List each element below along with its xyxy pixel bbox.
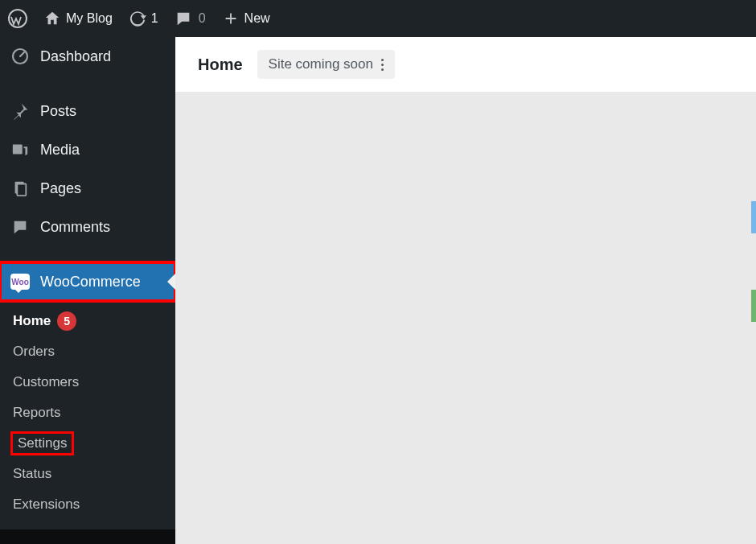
wordpress-icon [8, 9, 27, 28]
comments-count: 0 [199, 11, 206, 26]
submenu-reports[interactable]: Reports [13, 398, 175, 428]
content-area: Home Site coming soon [175, 37, 756, 544]
site-title: My Blog [66, 11, 113, 26]
submenu-extensions[interactable]: Extensions [13, 489, 175, 520]
submenu-label: Home [13, 313, 51, 329]
comment-icon [175, 10, 192, 27]
page-header: Home Site coming soon [175, 37, 756, 92]
collapse-menu-bar[interactable] [0, 530, 175, 544]
site-home-link[interactable]: My Blog [35, 0, 121, 37]
menu-label: Comments [40, 219, 110, 236]
edge-decoration [751, 201, 756, 233]
wp-logo[interactable] [0, 0, 35, 37]
submenu-label: Reports [13, 405, 61, 421]
submenu-customers[interactable]: Customers [13, 367, 175, 398]
status-text: Site coming soon [269, 56, 373, 72]
submenu-label: Customers [13, 374, 79, 390]
woocommerce-submenu: Home 5 Orders Customers Reports Settings… [0, 301, 175, 530]
page-title: Home [198, 56, 243, 74]
comment-icon [10, 218, 31, 236]
home-icon [43, 10, 61, 27]
menu-separator [0, 76, 175, 92]
submenu-home[interactable]: Home 5 [13, 306, 175, 336]
svg-rect-4 [17, 184, 26, 196]
menu-label: Media [40, 142, 80, 159]
menu-separator [0, 246, 175, 262]
menu-label: WooCommerce [40, 274, 141, 291]
edge-decoration [751, 290, 756, 322]
updates-link[interactable]: 1 [121, 0, 166, 37]
pages-icon [10, 179, 31, 197]
adminbar: My Blog 1 0 New [0, 0, 756, 37]
menu-pages[interactable]: Pages [0, 169, 175, 208]
site-status-pill[interactable]: Site coming soon [257, 50, 395, 79]
dashboard-icon [10, 47, 31, 66]
refresh-icon [129, 10, 146, 27]
admin-sidebar: Dashboard Posts Media Pages Comments Woo… [0, 37, 175, 544]
menu-label: Pages [40, 180, 81, 197]
submenu-label: Settings [13, 434, 72, 453]
menu-dashboard[interactable]: Dashboard [0, 37, 175, 76]
menu-media[interactable]: Media [0, 130, 175, 169]
pin-icon [10, 102, 31, 120]
submenu-settings[interactable]: Settings [13, 428, 175, 459]
woocommerce-icon: Woo [10, 274, 31, 290]
new-label: New [244, 11, 270, 26]
plus-icon [222, 10, 240, 27]
submenu-label: Status [13, 466, 51, 482]
submenu-label: Orders [13, 344, 55, 360]
kebab-menu-icon[interactable] [381, 59, 384, 71]
submenu-badge: 5 [57, 311, 76, 331]
media-icon [10, 141, 31, 159]
menu-label: Dashboard [40, 48, 111, 65]
menu-label: Posts [40, 103, 76, 120]
svg-rect-2 [13, 145, 23, 155]
updates-count: 1 [151, 11, 158, 26]
submenu-status[interactable]: Status [13, 459, 175, 489]
new-content-link[interactable]: New [214, 0, 278, 37]
menu-comments[interactable]: Comments [0, 208, 175, 246]
submenu-orders[interactable]: Orders [13, 336, 175, 367]
comments-link[interactable]: 0 [166, 0, 214, 37]
menu-posts[interactable]: Posts [0, 92, 175, 130]
menu-woocommerce[interactable]: Woo WooCommerce [0, 262, 175, 301]
submenu-label: Extensions [13, 497, 80, 513]
